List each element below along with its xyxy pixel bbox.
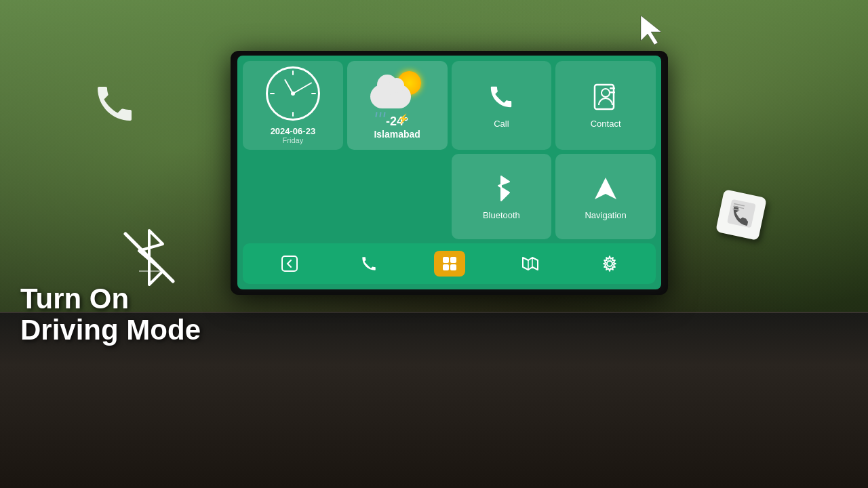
svg-rect-11 xyxy=(282,256,297,271)
clock-face xyxy=(266,66,320,121)
svg-point-7 xyxy=(601,89,610,97)
svg-marker-16 xyxy=(523,258,538,270)
raindrop-3 xyxy=(383,112,385,117)
clock-tile[interactable]: 2024-06-23 Friday xyxy=(243,61,343,150)
raindrop-2 xyxy=(379,112,381,117)
rain-icon: ⚡ xyxy=(376,112,385,117)
svg-rect-13 xyxy=(450,257,456,263)
svg-rect-8 xyxy=(610,87,615,89)
contact-label: Contact xyxy=(591,119,621,129)
clock-tick-3 xyxy=(311,93,316,94)
phone-decorative-icon xyxy=(88,75,142,140)
call-label: Call xyxy=(494,119,509,129)
contact-tile[interactable]: Contact xyxy=(555,61,656,150)
bottom-text-overlay: Turn On Driving Mode xyxy=(20,283,201,346)
svg-marker-1 xyxy=(641,16,661,45)
nav-map-button[interactable] xyxy=(516,252,545,275)
bottom-text-line1: Turn On xyxy=(20,283,201,314)
call-icon xyxy=(486,82,516,115)
bluetooth-tile[interactable]: Bluetooth xyxy=(452,154,552,239)
clock-minute-hand xyxy=(292,82,312,94)
svg-point-19 xyxy=(607,261,612,266)
cursor-icon xyxy=(637,12,665,49)
bluetooth-label: Bluetooth xyxy=(483,210,520,220)
cloud-icon xyxy=(370,85,411,108)
car-screen: 2024-06-23 Friday ⚡ -24° Islamabad xyxy=(237,56,661,289)
weather-city: Islamabad xyxy=(374,129,420,140)
weather-tile[interactable]: ⚡ -24° Islamabad xyxy=(347,61,448,150)
clock-tick-12 xyxy=(292,70,294,75)
clock-hour-hand xyxy=(284,79,294,94)
call-tile[interactable]: Call xyxy=(452,61,552,150)
nav-home-button[interactable] xyxy=(434,251,465,277)
svg-marker-10 xyxy=(595,178,616,199)
contact-paper-icon xyxy=(715,189,767,241)
svg-rect-15 xyxy=(450,264,456,270)
navigation-icon xyxy=(591,174,620,206)
svg-rect-12 xyxy=(443,257,449,263)
clock-day: Friday xyxy=(283,136,304,144)
raindrop-1 xyxy=(375,112,377,117)
contact-icon xyxy=(591,82,620,115)
weather-icon: ⚡ xyxy=(370,71,425,112)
bluetooth-icon xyxy=(486,174,516,206)
navigation-label: Navigation xyxy=(585,210,626,220)
nav-back-button[interactable] xyxy=(275,252,304,275)
top-row: 2024-06-23 Friday ⚡ -24° Islamabad xyxy=(243,61,656,150)
bluetooth-disabled-icon xyxy=(115,224,183,291)
lightning-icon: ⚡ xyxy=(397,113,409,124)
navigation-bar xyxy=(243,243,656,284)
clock-date: 2024-06-23 xyxy=(271,126,316,136)
svg-rect-14 xyxy=(443,264,449,270)
svg-rect-9 xyxy=(610,92,615,94)
clock-tick-6 xyxy=(292,112,294,117)
clock-tick-9 xyxy=(270,93,275,94)
bottom-text-line2: Driving Mode xyxy=(20,314,201,346)
bottom-tiles-row: Bluetooth Navigation xyxy=(243,154,656,239)
navigation-tile[interactable]: Navigation xyxy=(555,154,656,239)
nav-phone-button[interactable] xyxy=(355,252,383,275)
nav-settings-button[interactable] xyxy=(595,252,624,275)
